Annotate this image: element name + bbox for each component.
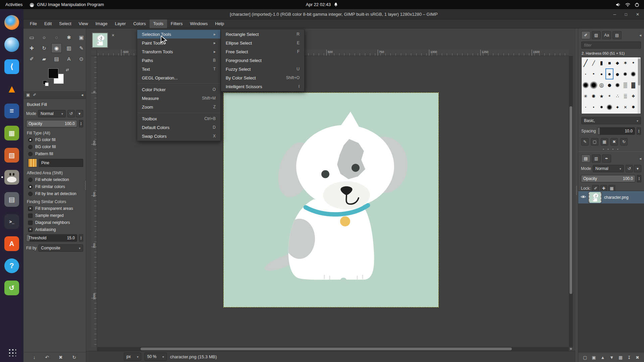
brush-filter-input[interactable]	[581, 42, 641, 49]
transform-tool-icon[interactable]: ↻	[39, 43, 49, 53]
paths-tab[interactable]: ✒	[602, 155, 611, 163]
horizontal-scrollbar[interactable]	[97, 347, 569, 351]
brush-cell[interactable]	[629, 68, 637, 79]
channels-tab[interactable]: ▥	[592, 155, 601, 163]
menu-item-default-colors[interactable]: Default ColorsD	[137, 123, 220, 132]
threshold-spinner[interactable]	[79, 234, 83, 242]
threshold-slider[interactable]: Threshold 15.0	[26, 234, 77, 242]
eraser-tool-icon[interactable]: ▰	[39, 54, 49, 64]
brush-cell[interactable]: ✺	[590, 90, 598, 102]
image-tab-close-icon[interactable]: ×	[112, 33, 114, 38]
fill-type-bg-color-fill[interactable]: BG color fill	[28, 144, 83, 149]
dock-libreoffice-impress-icon[interactable]: ▧	[4, 148, 19, 163]
swap-colors-icon[interactable]: ⇄	[66, 68, 69, 72]
menu-item-color-picker[interactable]: Color PickerO	[137, 85, 220, 94]
pencil-tool-icon[interactable]: ✎	[76, 43, 87, 53]
menu-edit[interactable]: Edit	[41, 19, 55, 28]
layers-tab[interactable]: ▤	[581, 155, 590, 163]
submenu-item-ellipse-select[interactable]: Ellipse SelectE	[221, 39, 304, 47]
pattern-name-field[interactable]: Pine	[39, 159, 83, 167]
anchor-layer-icon[interactable]: ↧	[627, 355, 631, 360]
menu-colors[interactable]: Colors	[129, 19, 150, 28]
brush-cell[interactable]: ∴	[613, 90, 622, 102]
layer-opacity-slider[interactable]: Opacity 100.0	[581, 175, 635, 182]
brush-cell[interactable]: ✳	[582, 90, 590, 102]
save-tool-preset-icon[interactable]: ↓	[33, 355, 36, 360]
menu-image[interactable]: Image	[92, 19, 111, 28]
submenu-item-foreground-select[interactable]: Foreground Select	[221, 56, 304, 65]
submenu-item-rectangle-select[interactable]: Rectangle SelectR	[221, 30, 304, 39]
brush-cell[interactable]	[582, 79, 590, 90]
brush-cell[interactable]: ▮	[598, 57, 606, 68]
opacity-spinner[interactable]	[79, 120, 83, 127]
layer-opacity-spinner[interactable]	[637, 175, 641, 182]
reset-tool-options-icon[interactable]: ↻	[72, 355, 76, 360]
layer-mode-dropdown[interactable]: Normal	[593, 165, 624, 172]
system-tray[interactable]	[615, 2, 639, 7]
dock-files-icon[interactable]: ▤	[4, 192, 19, 207]
duplicate-layer-icon[interactable]: ▦	[619, 355, 623, 360]
spacing-spinner[interactable]	[637, 127, 641, 135]
right-panel-resize-grip[interactable]	[575, 28, 578, 362]
menu-item-text[interactable]: TextT	[137, 65, 220, 73]
dock-gimp-icon[interactable]	[4, 170, 19, 185]
menu-layer[interactable]: Layer	[111, 19, 130, 28]
brush-cell[interactable]: ✶	[622, 57, 630, 68]
lower-layer-icon[interactable]: ▼	[609, 355, 614, 360]
finding-diagonal-neighbors[interactable]: Diagonal neighbors	[28, 220, 83, 225]
unit-dropdown[interactable]: px	[124, 353, 141, 361]
brush-cell[interactable]: ●	[613, 68, 622, 79]
close-button[interactable]: ✕	[636, 12, 639, 17]
crop-tool-icon[interactable]: ▣	[76, 33, 87, 42]
layer-mode-menu-button[interactable]: ▾	[634, 165, 641, 172]
menu-view[interactable]: View	[75, 19, 92, 28]
dock-grip-dots[interactable]	[578, 148, 644, 150]
dock-libreoffice-writer-icon[interactable]: ≡	[4, 104, 19, 118]
text-tool-icon[interactable]: A	[64, 54, 74, 64]
dock-libreoffice-calc-icon[interactable]: ▦	[4, 126, 19, 140]
affected-fill-whole-selection[interactable]: Fill whole selection	[28, 177, 83, 182]
new-layer-icon[interactable]: ▢	[583, 355, 587, 360]
delete-brush-icon[interactable]: ✖	[610, 138, 618, 145]
brush-cell[interactable]: ●	[590, 102, 598, 113]
menu-filters[interactable]: Filters	[167, 19, 186, 28]
free-select-tool-icon[interactable]: ◌	[51, 33, 62, 42]
affected-fill-by-line-art-detection[interactable]: Fill by line art detection	[28, 191, 83, 196]
brush-cell[interactable]: ✦	[613, 102, 622, 113]
patterns-tab[interactable]: ▨	[592, 31, 601, 39]
zoom-tool-icon[interactable]: ⊙	[76, 54, 87, 64]
fill-type-fg-color-fill[interactable]: FG color fill	[28, 137, 83, 142]
vertical-scrollbar[interactable]	[569, 56, 573, 347]
brush-cell[interactable]: ●	[582, 68, 590, 79]
default-colors-icon[interactable]	[43, 80, 47, 84]
menu-item-gegl-operation[interactable]: GEGL Operation...	[137, 73, 220, 82]
menu-item-paint-tools[interactable]: Paint Tools▸	[137, 39, 220, 47]
dockable-menu-icon[interactable]: ◂	[81, 93, 83, 97]
fuzzy-select-tool-icon[interactable]: ✱	[64, 33, 74, 42]
zoom-dropdown[interactable]: 50 %	[145, 353, 167, 361]
pattern-swatch[interactable]	[28, 159, 37, 167]
device-status-tab[interactable]: ✐	[33, 93, 36, 97]
menu-select[interactable]: Select	[55, 19, 75, 28]
delete-layer-icon[interactable]: ✖	[636, 355, 639, 360]
maximize-button[interactable]: □	[625, 12, 627, 17]
brush-cell[interactable]: ╱	[590, 57, 598, 68]
brush-cell[interactable]	[605, 102, 613, 113]
brush-cell[interactable]: ✶	[605, 90, 613, 102]
submenu-item-free-select[interactable]: Free SelectF	[221, 47, 304, 56]
rectangle-select-tool-icon[interactable]: ▭	[26, 33, 37, 42]
paint-mode-dropdown[interactable]: Normal	[38, 110, 66, 117]
menu-help[interactable]: Help	[211, 19, 228, 28]
dock-vscode-icon[interactable]: ⟨	[4, 59, 19, 74]
clone-tool-icon[interactable]: ▤	[51, 54, 62, 64]
menu-item-swap-colors[interactable]: Swap ColorsX	[137, 132, 220, 140]
brush-cell[interactable]: ★	[598, 90, 606, 102]
brush-cell[interactable]: ●	[590, 68, 598, 79]
submenu-item-by-color-select[interactable]: By Color SelectShift+O	[221, 73, 304, 82]
menu-item-transform-tools[interactable]: Transform Tools▸	[137, 47, 220, 56]
brush-cell[interactable]	[622, 68, 630, 79]
foreground-color-swatch[interactable]	[48, 68, 58, 78]
menu-item-measure[interactable]: MeasureShift+M	[137, 94, 220, 103]
brush-cell[interactable]: ◎	[598, 79, 606, 90]
refresh-brushes-icon[interactable]: ↻	[620, 138, 628, 145]
